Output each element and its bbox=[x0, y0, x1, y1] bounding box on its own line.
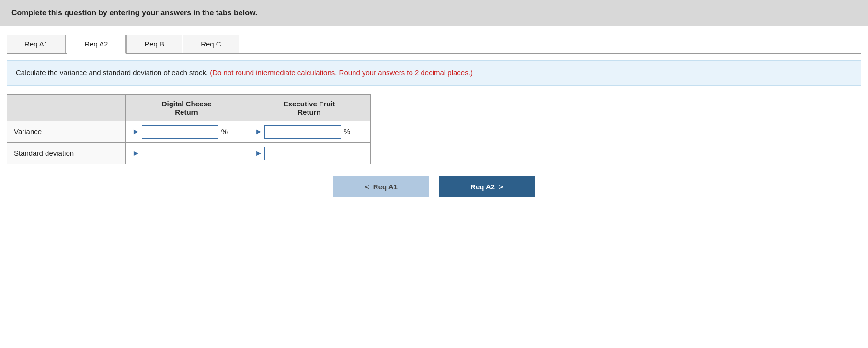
tabs-container: Req A1 Req A2 Req B Req C bbox=[7, 35, 861, 54]
arrow-icon-col1-stddev: ► bbox=[132, 149, 140, 158]
prev-chevron-icon: < bbox=[365, 183, 369, 191]
table-wrapper: Digital CheeseReturn Executive FruitRetu… bbox=[7, 94, 861, 164]
next-button-label: Req A2 bbox=[470, 183, 495, 191]
instruction-main: Calculate the variance and standard devi… bbox=[16, 69, 208, 77]
header-bar: Complete this question by entering your … bbox=[0, 0, 868, 26]
variance-digital-cheese-input[interactable] bbox=[142, 125, 218, 139]
instruction-note: (Do not round intermediate calculations.… bbox=[210, 69, 473, 77]
buttons-row: < Req A1 Req A2 > bbox=[7, 176, 861, 197]
row-label-stddev: Standard deviation bbox=[7, 142, 126, 164]
row-variance-col2: ► % bbox=[248, 121, 370, 142]
tab-req-b[interactable]: Req B bbox=[126, 35, 182, 53]
row-variance-col1: ► % bbox=[125, 121, 248, 142]
prev-button-label: Req A1 bbox=[373, 183, 398, 191]
arrow-icon-col1-variance: ► bbox=[132, 128, 140, 136]
data-table: Digital CheeseReturn Executive FruitRetu… bbox=[7, 94, 371, 164]
row-label-variance: Variance bbox=[7, 121, 126, 142]
table-row: Variance ► % ► % bbox=[7, 121, 371, 142]
prev-button[interactable]: < Req A1 bbox=[333, 176, 429, 197]
tab-req-a2[interactable]: Req A2 bbox=[67, 35, 126, 54]
row-stddev-col2: ► bbox=[248, 142, 370, 164]
col-header-executive-fruit: Executive FruitReturn bbox=[248, 94, 370, 121]
variance-col2-unit: % bbox=[344, 128, 350, 136]
col-header-digital-cheese: Digital CheeseReturn bbox=[125, 94, 248, 121]
variance-col1-unit: % bbox=[221, 128, 228, 136]
instruction-box: Calculate the variance and standard devi… bbox=[7, 60, 861, 86]
tab-req-c[interactable]: Req C bbox=[183, 35, 239, 53]
col-header-empty bbox=[7, 94, 126, 121]
arrow-icon-col2-variance: ► bbox=[255, 128, 263, 136]
arrow-icon-col2-stddev: ► bbox=[255, 149, 263, 158]
row-stddev-col1: ► bbox=[125, 142, 248, 164]
table-row: Standard deviation ► ► bbox=[7, 142, 371, 164]
stddev-executive-fruit-input[interactable] bbox=[264, 147, 341, 160]
tab-req-a1[interactable]: Req A1 bbox=[7, 35, 66, 53]
variance-executive-fruit-input[interactable] bbox=[264, 125, 341, 139]
stddev-digital-cheese-input[interactable] bbox=[142, 147, 218, 160]
next-chevron-icon: > bbox=[499, 183, 503, 191]
header-instruction: Complete this question by entering your … bbox=[11, 9, 857, 17]
next-button[interactable]: Req A2 > bbox=[439, 176, 535, 197]
